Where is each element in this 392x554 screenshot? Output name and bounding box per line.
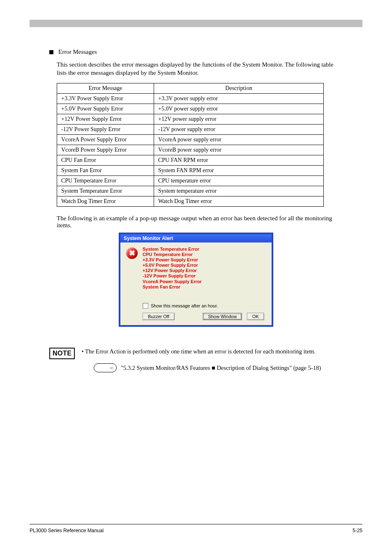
dialog-error-line: VcoreA Power Supply Error bbox=[143, 279, 202, 284]
show-later-label: Show this message after an hour. bbox=[151, 303, 218, 308]
dialog-error-line: System Temperature Error bbox=[143, 247, 202, 252]
table-row: VcoreB Power Supply ErrorVcoreB power su… bbox=[57, 145, 324, 155]
table-row: CPU Temperature ErrorCPU temperature err… bbox=[57, 175, 324, 186]
dialog-caption: The following is an example of a pop-up … bbox=[57, 215, 344, 229]
table-row: -12V Power Supply Error-12V power supply… bbox=[57, 124, 324, 134]
dialog-error-line: +12V Power Supply Error bbox=[143, 268, 202, 273]
error-table: Error Message Description +3.3V Power Su… bbox=[57, 83, 324, 207]
buzzer-off-button[interactable]: Buzzer Off bbox=[143, 313, 175, 320]
error-icon: ✖ bbox=[126, 247, 138, 259]
dialog-error-line: +5.0V Power Supply Error bbox=[143, 263, 202, 268]
table-header-row: Error Message Description bbox=[57, 83, 324, 93]
table-row: +12V Power Supply Error+12V power supply… bbox=[57, 114, 324, 124]
system-monitor-alert-dialog: System Monitor Alert ✖ System Temperatur… bbox=[119, 233, 273, 327]
table-row: System Fan ErrorSystem FAN RPM error bbox=[57, 165, 324, 175]
dialog-error-line: +3.3V Power Supply Error bbox=[143, 257, 202, 263]
note-text: • The Error Action is performed only one… bbox=[81, 348, 315, 356]
dialog-error-lines: System Temperature Error CPU Temperature… bbox=[143, 247, 202, 290]
reference-text: "5.3.2 System Monitor/RAS Features ■ Des… bbox=[121, 365, 321, 372]
table-header-error: Error Message bbox=[57, 83, 154, 93]
footer-left: PL3000 Series Reference Manual bbox=[30, 528, 104, 533]
reference-arrow-icon: → bbox=[94, 363, 117, 372]
table-row: System Temperature ErrorSystem temperatu… bbox=[57, 186, 324, 196]
section-heading: Error Messages bbox=[58, 48, 97, 55]
table-row: +5.0V Power Supply Error+5.0V power supp… bbox=[57, 104, 324, 114]
note-badge: NOTE bbox=[49, 348, 75, 359]
dialog-error-line: System Fan Error bbox=[143, 284, 202, 290]
table-row: Watch Dog Timer ErrorWatch Dog Timer err… bbox=[57, 196, 324, 206]
table-header-description: Description bbox=[154, 83, 324, 93]
section-intro: This section describes the error message… bbox=[57, 60, 344, 77]
ok-button[interactable]: OK bbox=[247, 313, 264, 320]
dialog-error-line: CPU Temperature Error bbox=[143, 252, 202, 257]
show-later-checkbox[interactable] bbox=[143, 303, 148, 309]
footer-right: 5-25 bbox=[353, 528, 362, 533]
footer-divider bbox=[30, 524, 362, 524]
table-row: +3.3V Power Supply Error+3.3V power supp… bbox=[57, 93, 324, 104]
table-row: VcoreA Power Supply ErrorVcoreA power su… bbox=[57, 134, 324, 145]
header-band bbox=[30, 20, 362, 27]
table-row: CPU Fan ErrorCPU FAN RPM error bbox=[57, 155, 324, 165]
dialog-error-line: -12V Power Supply Error bbox=[143, 273, 202, 279]
section-bullet bbox=[49, 50, 53, 54]
show-window-button[interactable]: Show Window bbox=[203, 313, 242, 320]
dialog-title: System Monitor Alert bbox=[120, 234, 272, 242]
